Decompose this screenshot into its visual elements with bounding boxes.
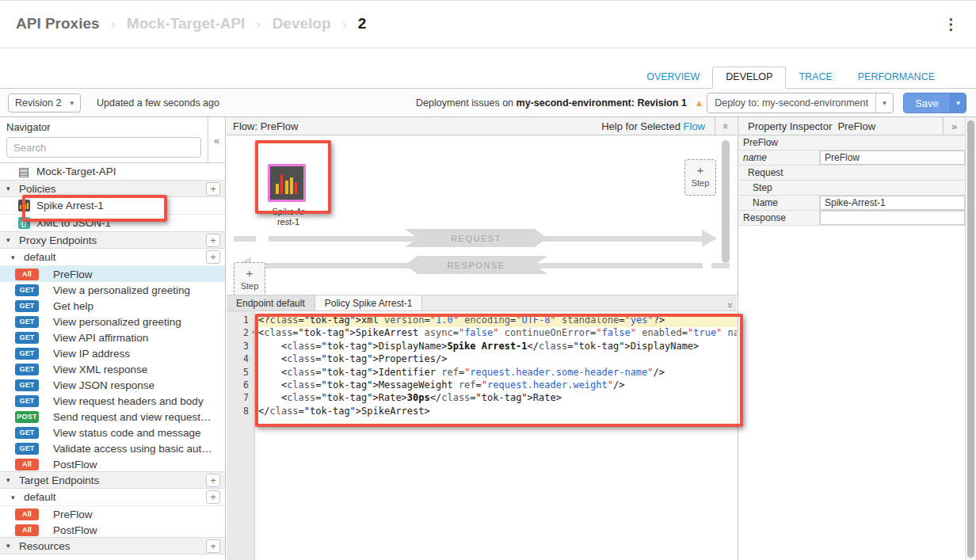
save-split-button[interactable]: Save ▾	[903, 93, 966, 113]
flow-label: PostFlow	[53, 524, 97, 536]
spike-arrest-policy-icon	[17, 200, 30, 212]
flow-label: View IP address	[53, 348, 130, 360]
method-badge: GET	[15, 284, 39, 296]
inspector-field-label: Name	[738, 196, 820, 210]
add-step-button[interactable]: + Step	[684, 159, 716, 196]
code-line[interactable]: <class="tok-tag">Properties/>	[255, 353, 737, 366]
breadcrumb-separator: ›	[111, 17, 116, 32]
tree-caret-icon[interactable]: ▾	[6, 476, 14, 484]
inspector-rows: PreFlownameRequestStepNameResponse	[738, 135, 965, 226]
inspector-field-name-input[interactable]	[820, 150, 965, 165]
flow-label: View personalized greeting	[53, 316, 181, 328]
expand-inspector-icon[interactable]: »	[943, 117, 965, 135]
spike-arrest-node-icon[interactable]	[268, 164, 306, 202]
line-number: 6	[227, 379, 254, 392]
sidebar-item-view-status-code-and-message[interactable]: GETView status code and message	[0, 425, 225, 440]
line-number: 4	[227, 353, 254, 366]
method-badge: GET	[15, 364, 39, 375]
sidebar-section-default[interactable]: ▾default+	[0, 249, 225, 266]
sidebar-section-target-endpoints[interactable]: ▾Target Endpoints+	[0, 471, 225, 489]
collapse-editor-icon[interactable]: «	[726, 298, 732, 312]
inspector-row-name: Name	[738, 196, 965, 211]
sidebar-section-policies[interactable]: ▾Policies+	[0, 180, 225, 197]
tab-performance[interactable]: PERFORMANCE	[845, 67, 947, 88]
code-line[interactable]: <class="tok-tag">Rate>30ps</class="tok-t…	[255, 392, 737, 405]
inspector-row-name: name	[738, 150, 965, 166]
breadcrumb-api-proxies[interactable]: API Proxies	[16, 15, 100, 32]
save-dropdown-button[interactable]: ▾	[950, 93, 966, 112]
sidebar-item-view-a-personalized-greeting[interactable]: GETView a personalized greeting	[0, 282, 225, 298]
method-badge: GET	[15, 332, 39, 344]
sidebar-item-preflow[interactable]: AllPreFlow	[0, 506, 225, 522]
inspector-subtitle: PreFlow	[837, 120, 875, 132]
window-scrollbar[interactable]	[965, 117, 976, 560]
tab-develop[interactable]: DEVELOP	[712, 67, 786, 89]
sidebar-item-mock-target-api[interactable]: ▤Mock-Target-API	[0, 163, 225, 181]
code-line[interactable]: <class="tok-tag">Identifier ref="request…	[255, 367, 737, 379]
deploy-to-select[interactable]: Deploy to: my-second-environment ▾	[707, 93, 894, 113]
code-line[interactable]: <class="tok-tag">DisplayName>Spike Arres…	[255, 341, 737, 353]
add-button[interactable]: +	[206, 474, 220, 487]
tree-caret-icon[interactable]: ▾	[6, 542, 14, 550]
collapse-sidebar-icon[interactable]: «	[208, 117, 225, 163]
code-line[interactable]: <class="tok-tag">SpikeArrest async="fals…	[255, 327, 737, 340]
code-line[interactable]: <class="tok-tag">MessageWeight ref="requ…	[255, 379, 737, 392]
tree-caret-icon[interactable]: ▾	[11, 253, 19, 261]
sidebar-item-postflow[interactable]: AllPostFlow	[0, 456, 225, 472]
code-line[interactable]: <?class="tok-tag">xml version="1.0" enco…	[255, 314, 737, 327]
plus-icon: +	[685, 163, 715, 177]
editor-tab-policy-spike-arrest-1[interactable]: Policy Spike Arrest-1	[315, 295, 423, 310]
flow-title: Flow: PreFlow	[233, 120, 298, 132]
revision-select[interactable]: Revision 2 ▾	[8, 93, 81, 112]
code-editor[interactable]: 12▾345678 <?class="tok-tag">xml version=…	[227, 311, 737, 560]
sidebar-section-default[interactable]: ▾default+	[0, 489, 225, 506]
sidebar-item-view-personalized-greeting[interactable]: GETView personalized greeting	[0, 314, 225, 330]
chevron-down-icon: ▾	[70, 99, 74, 107]
help-flow-link[interactable]: Flow	[684, 120, 705, 132]
flow-label: Send request and view request…	[53, 411, 212, 423]
breadcrumb-proxy-name[interactable]: Mock-Target-API	[127, 15, 246, 32]
kebab-menu-icon[interactable]: ⋮	[944, 15, 959, 33]
add-step-button[interactable]: + Step	[234, 262, 265, 299]
add-button[interactable]: +	[206, 234, 220, 247]
breadcrumb-develop[interactable]: Develop	[273, 15, 331, 32]
sidebar-item-view-request-headers-and-body[interactable]: GETView request headers and body	[0, 393, 225, 409]
code-area[interactable]: <?class="tok-tag">xml version="1.0" enco…	[255, 311, 737, 560]
tree-caret-icon[interactable]: ▾	[11, 493, 19, 501]
collapse-flow-panel-icon[interactable]: «	[715, 117, 737, 135]
inspector-section-label: Step	[738, 182, 772, 193]
inspector-row-step: Step	[738, 181, 965, 196]
sidebar-item-preflow[interactable]: AllPreFlow	[0, 266, 225, 282]
sidebar-item-postflow[interactable]: AllPostFlow	[0, 522, 225, 538]
save-button[interactable]: Save	[904, 93, 950, 112]
method-badge: GET	[15, 316, 39, 328]
updated-status: Updated a few seconds ago	[97, 97, 219, 109]
sidebar-item-xml-to-json-1[interactable]: {}XML to JSON-1	[0, 215, 225, 232]
inspector-field-response-input[interactable]	[820, 211, 965, 225]
flow-scrollbar[interactable]	[722, 140, 730, 289]
tree-caret-icon[interactable]: ▾	[6, 185, 14, 192]
tree-caret-icon[interactable]: ▾	[6, 236, 14, 244]
search-input[interactable]	[6, 137, 201, 158]
fold-caret-icon[interactable]: ▾	[251, 329, 255, 336]
sidebar-item-send-request-and-view-request[interactable]: POSTSend request and view request…	[0, 409, 225, 425]
add-button[interactable]: +	[206, 250, 220, 264]
navigator-title: Navigator	[6, 121, 51, 133]
sidebar-section-proxy-endpoints[interactable]: ▾Proxy Endpoints+	[0, 231, 225, 249]
tab-trace[interactable]: TRACE	[786, 67, 844, 88]
add-button[interactable]: +	[206, 490, 220, 504]
code-line[interactable]: </class="tok-tag">SpikeArrest>	[255, 406, 737, 418]
add-button[interactable]: +	[206, 539, 220, 553]
sidebar-item-view-json-response[interactable]: GETView JSON response	[0, 377, 225, 393]
tab-overview[interactable]: OVERVIEW	[634, 67, 712, 88]
sidebar-item-view-ip-address[interactable]: GETView IP address	[0, 345, 225, 361]
sidebar-item-spike-arrest-1[interactable]: Spike Arrest-1	[0, 197, 225, 215]
sidebar-item-view-xml-response[interactable]: GETView XML response	[0, 361, 225, 377]
sidebar-section-resources[interactable]: ▾Resources+	[0, 537, 225, 554]
sidebar-item-view-api-affirmation[interactable]: GETView API affirmation	[0, 330, 225, 345]
editor-tab-endpoint-default[interactable]: Endpoint default	[227, 295, 315, 310]
sidebar-item-get-help[interactable]: GETGet help	[0, 298, 225, 314]
sidebar-item-validate-access-using-basic-aut[interactable]: GETValidate access using basic aut…	[0, 440, 225, 456]
inspector-field-name-input[interactable]	[820, 196, 965, 210]
add-button[interactable]: +	[206, 182, 220, 196]
